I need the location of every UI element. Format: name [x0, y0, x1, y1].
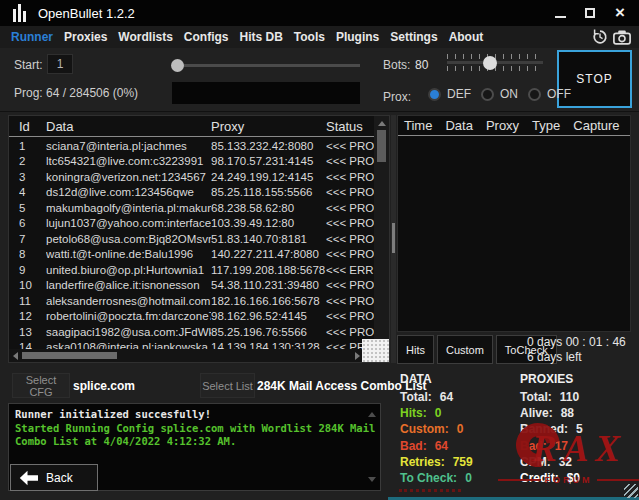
- table-row[interactable]: 12robertolini@poczta.fm:darczone7398.162…: [9, 309, 374, 325]
- hits-col-proxy[interactable]: Proxy: [486, 118, 519, 133]
- stat-value: 88: [561, 406, 574, 420]
- start-label: Start:: [14, 58, 43, 72]
- table-row[interactable]: 2ltc654321@live.com:c322399198.170.57.23…: [9, 154, 374, 170]
- start-slider-handle[interactable]: [171, 59, 184, 72]
- hits-table: TimeDataProxyTypeCapture: [397, 115, 631, 332]
- menu-item-tools[interactable]: Tools: [294, 30, 325, 44]
- cell-id: 1: [19, 140, 46, 152]
- table-row[interactable]: 5makumbagolfy@interia.pl:makumba68.238.5…: [9, 200, 374, 216]
- table-row[interactable]: 6lujun1037@yahoo.com:interface103.39.49.…: [9, 216, 374, 232]
- horizontal-scroll-thumb[interactable]: [22, 352, 117, 359]
- stat-label: Alive:: [520, 406, 553, 420]
- menubar: RunnerProxiesWordlistsConfigsHits DBTool…: [0, 26, 639, 48]
- prox-radio-on[interactable]: ON: [481, 87, 518, 101]
- selected-config-value: splice.com: [73, 379, 135, 393]
- tab-custom[interactable]: Custom: [437, 335, 493, 364]
- start-input[interactable]: [47, 54, 73, 74]
- table-row[interactable]: 9united.biuro@op.pl:Hurtownia1117.199.20…: [9, 262, 374, 278]
- log-lines: Runner initialized succesfully!Started R…: [9, 404, 380, 449]
- select-wordlist-button[interactable]: Select List: [200, 373, 255, 398]
- radio-dot-def[interactable]: [428, 88, 441, 101]
- data-stat-custom-: Custom:0: [400, 421, 473, 437]
- cell-id: 3: [19, 171, 46, 183]
- stat-value: 5: [576, 422, 583, 436]
- menu-item-plugins[interactable]: Plugins: [336, 30, 379, 44]
- hits-col-time[interactable]: Time: [404, 118, 432, 133]
- progress-bar: [172, 82, 360, 104]
- prox-radio-off[interactable]: OFF: [528, 87, 571, 101]
- progress-label: Prog: 64 / 284506 (0%): [14, 86, 138, 100]
- stat-label: Bad:: [400, 439, 427, 453]
- remaining-time: 6 days left: [527, 350, 626, 365]
- vertical-scrollbar[interactable]: [374, 116, 389, 350]
- scroll-left-icon[interactable]: [13, 352, 18, 360]
- table-row[interactable]: 8watti.t@t-online.de:Balu1996140.227.211…: [9, 247, 374, 263]
- menu-item-wordlists[interactable]: Wordlists: [118, 30, 172, 44]
- menu-item-configs[interactable]: Configs: [184, 30, 229, 44]
- results-col-proxy[interactable]: Proxy: [211, 119, 326, 134]
- table-row[interactable]: 1sciana7@interia.pl:jachmes85.133.232.42…: [9, 138, 374, 154]
- cell-proxy: 54.38.110.231:39480: [211, 279, 326, 291]
- titlebar: OpenBullet 1.2.2 ×: [0, 0, 639, 26]
- prox-label: Prox:: [383, 90, 411, 104]
- menu-item-hits-db[interactable]: Hits DB: [239, 30, 282, 44]
- resize-grip[interactable]: [624, 484, 638, 498]
- results-col-data[interactable]: Data: [46, 119, 211, 134]
- cell-proxy: 85.25.196.76:5566: [211, 326, 326, 338]
- table-row[interactable]: 11aleksanderrosnes@hotmail.com:Wir182.16…: [9, 293, 374, 309]
- maximize-icon[interactable]: [583, 6, 597, 20]
- menu-item-settings[interactable]: Settings: [390, 30, 437, 44]
- radio-dot-on[interactable]: [481, 88, 494, 101]
- close-icon[interactable]: ×: [613, 6, 627, 20]
- scroll-right-icon[interactable]: [355, 352, 360, 360]
- menu-item-proxies[interactable]: Proxies: [64, 30, 107, 44]
- cell-data: united.biuro@op.pl:Hurtownia1: [46, 264, 211, 276]
- hits-col-type[interactable]: Type: [532, 118, 560, 133]
- cell-id: 2: [19, 155, 46, 167]
- data-stat-bad-: Bad:64: [400, 438, 473, 454]
- table-row[interactable]: 13saagipaci1982@usa.com:JFdWkXW385.25.19…: [9, 324, 374, 340]
- prox-radio-def[interactable]: DEF: [428, 87, 471, 101]
- bots-slider-handle[interactable]: [483, 56, 497, 70]
- table-row[interactable]: 7petolo68@usa.com:Bjq82OMsvr51.83.140.70…: [9, 231, 374, 247]
- start-slider[interactable]: [172, 64, 360, 67]
- results-col-id[interactable]: Id: [19, 119, 46, 134]
- cell-proxy: 117.199.208.188:5678: [211, 264, 326, 276]
- results-table: IdDataProxyStatus 1sciana7@interia.pl:ja…: [8, 115, 390, 363]
- hits-col-capture[interactable]: Capture: [573, 118, 619, 133]
- cell-id: 7: [19, 233, 46, 245]
- panel-splitter[interactable]: [391, 115, 396, 363]
- history-clock-icon[interactable]: [592, 29, 608, 45]
- table-row[interactable]: 4ds12d@live.com:123456qwe85.25.118.155:5…: [9, 185, 374, 201]
- window-title: OpenBullet 1.2.2: [38, 6, 135, 21]
- menu-item-about[interactable]: About: [449, 30, 484, 44]
- back-button[interactable]: Back: [10, 464, 98, 491]
- bots-slider[interactable]: [447, 54, 543, 76]
- log-scroll-down-icon[interactable]: [368, 477, 376, 482]
- minimize-icon[interactable]: [553, 6, 567, 20]
- log-scroll-up-icon[interactable]: [368, 412, 376, 417]
- data-stat-total-: Total:64: [400, 389, 473, 405]
- cell-data: watti.t@t-online.de:Balu1996: [46, 248, 211, 260]
- hits-col-data[interactable]: Data: [445, 118, 472, 133]
- menu-item-runner[interactable]: Runner: [11, 30, 53, 44]
- table-row[interactable]: 3koningra@verizon.net:123456724.249.199.…: [9, 169, 374, 185]
- screenshot-camera-icon[interactable]: [613, 30, 631, 45]
- stat-label: To Check:: [400, 471, 457, 485]
- vertical-scroll-thumb[interactable]: [377, 130, 386, 162]
- table-row[interactable]: 10landerfire@alice.it:isnonesson54.38.11…: [9, 278, 374, 294]
- select-config-button[interactable]: Select CFG: [12, 373, 70, 398]
- data-stats-title: DATA: [400, 372, 473, 386]
- results-table-header: IdDataProxyStatus: [9, 116, 389, 137]
- horizontal-scrollbar[interactable]: [9, 349, 364, 362]
- timer-block: 0 days 00 : 01 : 46 6 days left: [527, 335, 626, 365]
- cell-data: saagipaci1982@usa.com:JFdWkXW3: [46, 326, 211, 338]
- tab-hits[interactable]: Hits: [397, 335, 434, 364]
- radio-dot-off[interactable]: [528, 88, 541, 101]
- cell-status: <<< ERR: [326, 264, 374, 276]
- cell-proxy: 98.162.96.52:4145: [211, 310, 326, 322]
- cell-proxy: 85.25.118.155:5566: [211, 186, 326, 198]
- cell-data: landerfire@alice.it:isnonesson: [46, 279, 211, 291]
- elapsed-time: 0 days 00 : 01 : 46: [527, 335, 626, 350]
- scroll-up-icon[interactable]: [378, 121, 386, 126]
